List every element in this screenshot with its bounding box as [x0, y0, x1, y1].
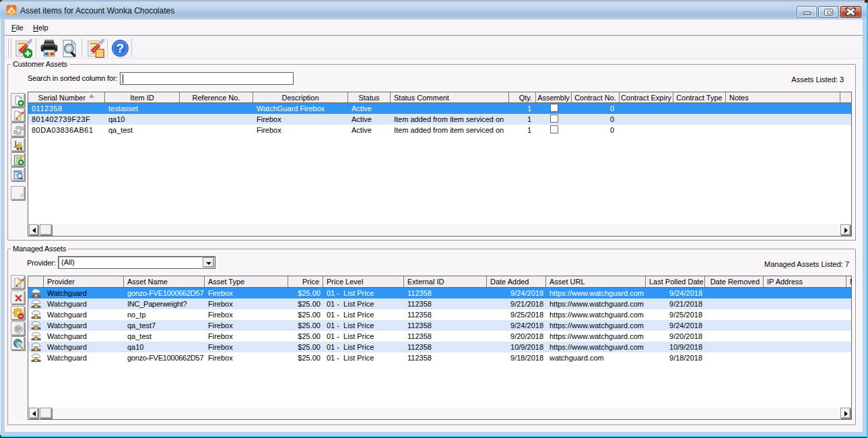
svg-text:?: ?: [116, 41, 125, 55]
